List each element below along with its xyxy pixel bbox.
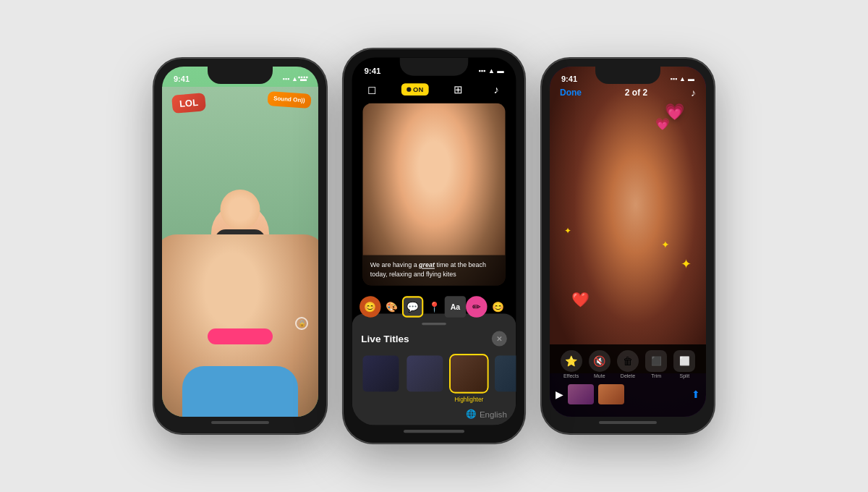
phone2-toolbar-icon-grid[interactable]: ⊞ xyxy=(448,80,467,98)
phone2-notch xyxy=(400,58,469,76)
phone2-toolbar-icon-music[interactable]: ♪ xyxy=(488,80,506,98)
phone1-time: 9:41 xyxy=(174,75,190,83)
phone1-content: LOL Sound On)) 🔒 xyxy=(162,67,318,417)
on-label: ON xyxy=(413,85,423,93)
portrait-video: We are having a great time at the beach … xyxy=(362,103,505,286)
phone1-home-indicator[interactable] xyxy=(211,421,269,424)
live-titles-panel: Live Titles ✕ xyxy=(352,313,516,425)
share-button[interactable]: ⬆ xyxy=(692,389,700,400)
on-dot xyxy=(407,88,411,92)
phone-2: 9:41 ▪▪▪ ▲ ▬ ◻ ON ⊞ ♪ xyxy=(343,48,525,444)
timeline-thumb-1[interactable] xyxy=(568,384,594,404)
style-thumb-2[interactable] xyxy=(405,354,445,394)
effect-text[interactable]: Aa xyxy=(445,296,466,317)
caption-great: great xyxy=(419,261,435,269)
panel-drag-indicator[interactable] xyxy=(422,323,446,325)
caption-overlay: We are having a great time at the beach … xyxy=(362,255,505,286)
phone3-status-icons: ▪▪▪ ▲ ▬ xyxy=(671,75,695,82)
phone3-timeline: ▶ ⬆ xyxy=(550,381,706,407)
phone2-home-indicator[interactable] xyxy=(404,430,464,433)
mute-icon: 🔇 xyxy=(589,350,610,372)
split-button[interactable]: ⬜ Split xyxy=(673,350,695,378)
selfie-shirt xyxy=(182,366,298,417)
wifi-icon-3: ▲ xyxy=(679,75,686,82)
highlighter-label: Highlighter xyxy=(454,396,483,403)
phone1-screen: 9:41 ▪▪▪ ▲ ▬ 00:01 ▪▪▪▪ xyxy=(162,67,318,417)
panel-header: Live Titles ✕ xyxy=(361,331,507,347)
effect-titles[interactable]: 💬 xyxy=(402,296,423,317)
baby-head xyxy=(221,190,260,229)
style-thumb-highlighter[interactable] xyxy=(449,354,489,394)
mute-label: Mute xyxy=(594,373,605,378)
signal-icon: ▪▪▪ xyxy=(283,75,290,82)
globe-icon[interactable]: 🌐 xyxy=(466,410,477,420)
phone-3: 9:41 ▪▪▪ ▲ ▬ Done 2 of 2 ♪ 💗 💗 xyxy=(541,58,715,434)
sparkle-star-1: ✦ xyxy=(681,256,692,272)
styles-row: Highlighter xyxy=(361,354,507,403)
phone2-toolbar-icon-left[interactable]: ◻ xyxy=(362,80,380,98)
sticker-lol: LOL xyxy=(171,93,206,114)
waveform-icon: ▪▪▪▪ xyxy=(298,73,308,81)
effect-color[interactable]: 🎨 xyxy=(381,296,402,317)
sparkle-star-3: ✦ xyxy=(564,226,571,236)
wifi-icon: ▲ xyxy=(292,75,298,82)
lock-icon: 🔒 xyxy=(295,317,308,330)
wifi-icon-2: ▲ xyxy=(488,67,495,75)
phone2-effects-row: 😊 🎨 💬 📍 Aa ✏ 😊 xyxy=(352,292,516,322)
split-icon: ⬜ xyxy=(673,350,695,372)
phone3-screen: 9:41 ▪▪▪ ▲ ▬ Done 2 of 2 ♪ 💗 💗 xyxy=(550,67,706,417)
effects-label: Effects xyxy=(563,373,579,378)
phone3-home-indicator[interactable] xyxy=(599,421,657,424)
clip-counter: 2 of 2 xyxy=(625,88,647,98)
delete-button[interactable]: 🗑 Delete xyxy=(617,350,639,378)
music-note-icon[interactable]: ♪ xyxy=(691,87,696,98)
trim-label: Trim xyxy=(651,373,661,378)
red-heart: ❤️ xyxy=(571,291,590,308)
language-label[interactable]: English xyxy=(480,410,507,419)
phone3-time: 9:41 xyxy=(561,75,577,83)
phone2-toolbar: ◻ ON ⊞ ♪ xyxy=(352,80,516,98)
sparkle-star-2: ✦ xyxy=(661,239,670,250)
timeline-thumb-2[interactable] xyxy=(598,384,624,404)
trim-icon: ⬛ xyxy=(645,350,667,372)
phone3-notch xyxy=(595,67,660,84)
effects-button[interactable]: ⭐ Effects xyxy=(561,350,582,378)
effect-places[interactable]: 📍 xyxy=(423,296,444,317)
delete-icon: 🗑 xyxy=(617,350,639,372)
on-badge[interactable]: ON xyxy=(401,83,428,96)
battery-icon-2: ▬ xyxy=(497,67,503,75)
close-icon: ✕ xyxy=(496,334,502,343)
phone2-time: 9:41 xyxy=(364,66,380,75)
battery-icon-3: ▬ xyxy=(688,75,694,82)
phone2-screen: 9:41 ▪▪▪ ▲ ▬ ◻ ON ⊞ ♪ xyxy=(352,58,516,425)
signal-icon-3: ▪▪▪ xyxy=(671,75,678,82)
delete-label: Delete xyxy=(621,373,635,378)
done-button[interactable]: Done xyxy=(560,88,582,98)
effect-draw[interactable]: ✏ xyxy=(466,296,487,317)
phones-container: 9:41 ▪▪▪ ▲ ▬ 00:01 ▪▪▪▪ xyxy=(153,58,715,434)
heart-small: 💗 xyxy=(655,117,670,131)
phone-1: 9:41 ▪▪▪ ▲ ▬ 00:01 ▪▪▪▪ xyxy=(153,58,327,434)
signal-icon-2: ▪▪▪ xyxy=(478,67,485,75)
effect-memoji[interactable]: 😊 xyxy=(359,296,380,317)
style-thumb-4[interactable] xyxy=(493,354,516,394)
effects-icon: ⭐ xyxy=(561,350,582,372)
panel-title: Live Titles xyxy=(361,333,409,344)
panel-footer: 🌐 English xyxy=(361,410,507,420)
phone3-actions: ⭐ Effects 🔇 Mute 🗑 Delete ⬛ Trim xyxy=(550,344,706,381)
trim-button[interactable]: ⬛ Trim xyxy=(645,350,667,378)
mute-button[interactable]: 🔇 Mute xyxy=(589,350,610,378)
style-thumb-1[interactable] xyxy=(361,354,401,394)
phone3-bottom-bar: ⭐ Effects 🔇 Mute 🗑 Delete ⬛ Trim xyxy=(550,344,706,417)
phone1-notch xyxy=(208,67,273,84)
phone2-status-icons: ▪▪▪ ▲ ▬ xyxy=(478,67,503,75)
panel-close-button[interactable]: ✕ xyxy=(492,331,507,347)
effect-emoji[interactable]: 😊 xyxy=(488,296,509,317)
phone3-header: Done 2 of 2 ♪ xyxy=(550,87,706,98)
pink-pill-shape xyxy=(208,328,273,344)
split-label: Split xyxy=(680,373,690,378)
play-button[interactable]: ▶ xyxy=(556,389,563,400)
